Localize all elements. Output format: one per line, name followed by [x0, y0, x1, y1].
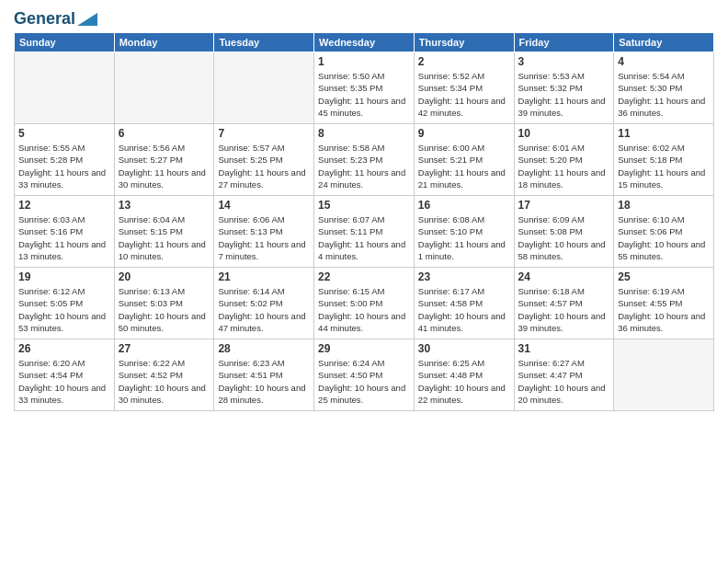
logo-icon: [77, 13, 97, 26]
day-info: Sunrise: 5:53 AM Sunset: 5:32 PM Dayligh…: [518, 70, 610, 119]
day-info: Sunrise: 5:50 AM Sunset: 5:35 PM Dayligh…: [318, 70, 410, 119]
day-cell-6: 6Sunrise: 5:56 AM Sunset: 5:27 PM Daylig…: [114, 124, 214, 196]
day-number: 14: [218, 199, 310, 212]
day-info: Sunrise: 6:22 AM Sunset: 4:52 PM Dayligh…: [119, 357, 210, 406]
day-cell-8: 8Sunrise: 5:58 AM Sunset: 5:23 PM Daylig…: [314, 124, 415, 196]
day-cell-18: 18Sunrise: 6:10 AM Sunset: 5:06 PM Dayli…: [614, 196, 714, 268]
day-cell-5: 5Sunrise: 5:55 AM Sunset: 5:28 PM Daylig…: [15, 124, 115, 196]
day-number: 19: [18, 270, 110, 283]
day-cell-24: 24Sunrise: 6:18 AM Sunset: 4:57 PM Dayli…: [514, 268, 614, 339]
day-info: Sunrise: 6:09 AM Sunset: 5:08 PM Dayligh…: [518, 213, 610, 262]
day-header-saturday: Saturday: [614, 33, 714, 52]
day-cell-27: 27Sunrise: 6:22 AM Sunset: 4:52 PM Dayli…: [114, 339, 214, 411]
day-info: Sunrise: 5:56 AM Sunset: 5:27 PM Dayligh…: [119, 142, 210, 190]
day-info: Sunrise: 6:07 AM Sunset: 5:11 PM Dayligh…: [318, 213, 410, 262]
day-info: Sunrise: 6:04 AM Sunset: 5:15 PM Dayligh…: [119, 213, 210, 262]
day-info: Sunrise: 6:14 AM Sunset: 5:02 PM Dayligh…: [218, 285, 310, 334]
svg-marker-0: [77, 13, 97, 26]
day-cell-29: 29Sunrise: 6:24 AM Sunset: 4:50 PM Dayli…: [314, 339, 415, 411]
day-info: Sunrise: 6:13 AM Sunset: 5:03 PM Dayligh…: [119, 285, 210, 334]
day-number: 1: [318, 55, 410, 68]
day-number: 30: [418, 342, 510, 355]
day-number: 3: [518, 55, 610, 68]
day-number: 4: [618, 55, 710, 68]
day-cell-30: 30Sunrise: 6:25 AM Sunset: 4:48 PM Dayli…: [414, 339, 514, 411]
day-header-thursday: Thursday: [414, 33, 514, 52]
day-number: 24: [518, 270, 610, 283]
day-info: Sunrise: 5:57 AM Sunset: 5:25 PM Dayligh…: [218, 142, 310, 190]
day-info: Sunrise: 6:12 AM Sunset: 5:05 PM Dayligh…: [18, 285, 110, 334]
day-header-wednesday: Wednesday: [314, 33, 415, 52]
day-number: 10: [518, 127, 610, 140]
day-cell-16: 16Sunrise: 6:08 AM Sunset: 5:10 PM Dayli…: [414, 196, 514, 268]
day-info: Sunrise: 6:06 AM Sunset: 5:13 PM Dayligh…: [218, 213, 310, 262]
day-number: 23: [418, 270, 510, 283]
day-info: Sunrise: 6:03 AM Sunset: 5:16 PM Dayligh…: [18, 213, 110, 262]
week-row-5: 26Sunrise: 6:20 AM Sunset: 4:54 PM Dayli…: [15, 339, 714, 411]
logo-general: General: [14, 9, 75, 29]
day-info: Sunrise: 6:23 AM Sunset: 4:51 PM Dayligh…: [218, 357, 310, 406]
day-header-sunday: Sunday: [15, 33, 115, 52]
day-info: Sunrise: 5:52 AM Sunset: 5:34 PM Dayligh…: [418, 70, 510, 119]
day-info: Sunrise: 6:00 AM Sunset: 5:21 PM Dayligh…: [418, 142, 510, 190]
day-number: 5: [18, 127, 110, 140]
day-number: 9: [418, 127, 510, 140]
day-cell-9: 9Sunrise: 6:00 AM Sunset: 5:21 PM Daylig…: [414, 124, 514, 196]
day-number: 11: [618, 127, 710, 140]
week-row-4: 19Sunrise: 6:12 AM Sunset: 5:05 PM Dayli…: [15, 268, 714, 339]
day-cell-23: 23Sunrise: 6:17 AM Sunset: 4:58 PM Dayli…: [414, 268, 514, 339]
day-info: Sunrise: 6:25 AM Sunset: 4:48 PM Dayligh…: [418, 357, 510, 406]
day-cell-14: 14Sunrise: 6:06 AM Sunset: 5:13 PM Dayli…: [214, 196, 314, 268]
day-cell-13: 13Sunrise: 6:04 AM Sunset: 5:15 PM Dayli…: [114, 196, 214, 268]
day-cell-1: 1Sunrise: 5:50 AM Sunset: 5:35 PM Daylig…: [314, 52, 415, 124]
week-row-2: 5Sunrise: 5:55 AM Sunset: 5:28 PM Daylig…: [15, 124, 714, 196]
day-cell-10: 10Sunrise: 6:01 AM Sunset: 5:20 PM Dayli…: [514, 124, 614, 196]
calendar-body: 1Sunrise: 5:50 AM Sunset: 5:35 PM Daylig…: [15, 52, 714, 411]
day-cell-22: 22Sunrise: 6:15 AM Sunset: 5:00 PM Dayli…: [314, 268, 415, 339]
day-number: 28: [218, 342, 310, 355]
day-number: 26: [18, 342, 110, 355]
day-number: 18: [618, 199, 710, 212]
day-cell-4: 4Sunrise: 5:54 AM Sunset: 5:30 PM Daylig…: [614, 52, 714, 124]
empty-cell: [15, 52, 115, 124]
day-cell-21: 21Sunrise: 6:14 AM Sunset: 5:02 PM Dayli…: [214, 268, 314, 339]
day-info: Sunrise: 6:08 AM Sunset: 5:10 PM Dayligh…: [418, 213, 510, 262]
day-cell-25: 25Sunrise: 6:19 AM Sunset: 4:55 PM Dayli…: [614, 268, 714, 339]
day-info: Sunrise: 5:55 AM Sunset: 5:28 PM Dayligh…: [18, 142, 110, 190]
day-number: 29: [318, 342, 410, 355]
day-cell-3: 3Sunrise: 5:53 AM Sunset: 5:32 PM Daylig…: [514, 52, 614, 124]
day-cell-31: 31Sunrise: 6:27 AM Sunset: 4:47 PM Dayli…: [514, 339, 614, 411]
day-number: 7: [218, 127, 310, 140]
day-cell-11: 11Sunrise: 6:02 AM Sunset: 5:18 PM Dayli…: [614, 124, 714, 196]
day-cell-7: 7Sunrise: 5:57 AM Sunset: 5:25 PM Daylig…: [214, 124, 314, 196]
day-header-tuesday: Tuesday: [214, 33, 314, 52]
day-number: 27: [119, 342, 210, 355]
day-info: Sunrise: 6:17 AM Sunset: 4:58 PM Dayligh…: [418, 285, 510, 334]
day-number: 17: [518, 199, 610, 212]
day-number: 31: [518, 342, 610, 355]
day-cell-15: 15Sunrise: 6:07 AM Sunset: 5:11 PM Dayli…: [314, 196, 415, 268]
logo: General: [14, 9, 97, 25]
day-info: Sunrise: 5:54 AM Sunset: 5:30 PM Dayligh…: [618, 70, 710, 119]
day-header-friday: Friday: [514, 33, 614, 52]
day-number: 21: [218, 270, 310, 283]
day-number: 13: [119, 199, 210, 212]
week-row-3: 12Sunrise: 6:03 AM Sunset: 5:16 PM Dayli…: [15, 196, 714, 268]
day-info: Sunrise: 6:18 AM Sunset: 4:57 PM Dayligh…: [518, 285, 610, 334]
day-info: Sunrise: 6:27 AM Sunset: 4:47 PM Dayligh…: [518, 357, 610, 406]
day-number: 8: [318, 127, 410, 140]
empty-cell: [214, 52, 314, 124]
day-info: Sunrise: 6:24 AM Sunset: 4:50 PM Dayligh…: [318, 357, 410, 406]
day-info: Sunrise: 5:58 AM Sunset: 5:23 PM Dayligh…: [318, 142, 410, 190]
day-cell-26: 26Sunrise: 6:20 AM Sunset: 4:54 PM Dayli…: [15, 339, 115, 411]
day-info: Sunrise: 6:10 AM Sunset: 5:06 PM Dayligh…: [618, 213, 710, 262]
page-container: General SundayMondayTuesdayWednesdayThur…: [0, 0, 728, 563]
day-cell-17: 17Sunrise: 6:09 AM Sunset: 5:08 PM Dayli…: [514, 196, 614, 268]
day-number: 16: [418, 199, 510, 212]
day-number: 20: [119, 270, 210, 283]
calendar-table: SundayMondayTuesdayWednesdayThursdayFrid…: [14, 32, 714, 411]
day-cell-20: 20Sunrise: 6:13 AM Sunset: 5:03 PM Dayli…: [114, 268, 214, 339]
empty-cell: [114, 52, 214, 124]
day-cell-2: 2Sunrise: 5:52 AM Sunset: 5:34 PM Daylig…: [414, 52, 514, 124]
day-number: 2: [418, 55, 510, 68]
